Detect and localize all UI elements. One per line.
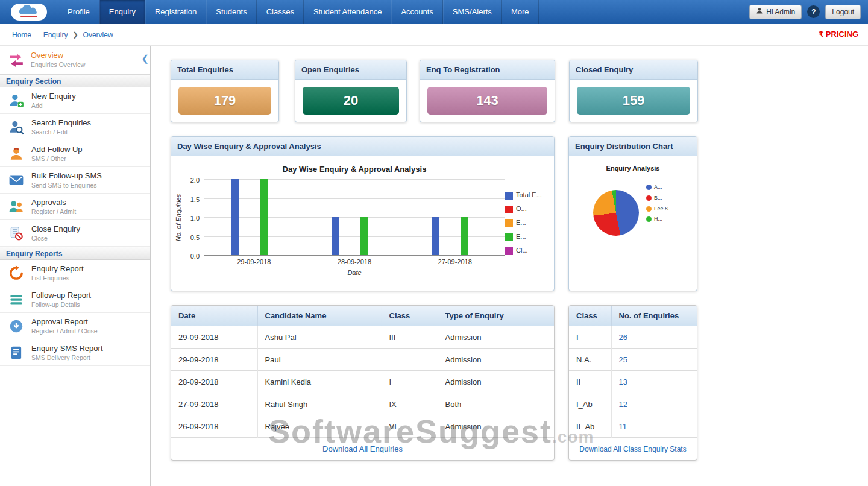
bar (231, 179, 239, 255)
open-enquiries-card: Open Enquiries 20 (295, 60, 407, 122)
open-enquiries-value: 20 (303, 87, 399, 115)
sidebar-item-label: Follow-up Report (31, 291, 91, 300)
col-type-of-enquiry: Type of Enquiry (438, 306, 554, 326)
breadcrumb-home[interactable]: Home (12, 31, 31, 39)
bar (360, 217, 368, 255)
hi-admin-button[interactable]: Hi Admin (749, 5, 802, 19)
pie-graphic (593, 190, 639, 236)
bar-chart-legend: Total E...O...E...E...Cl... (505, 162, 550, 276)
class-count-link[interactable]: 11 (619, 422, 627, 431)
sidebar-item-search-enquiries[interactable]: Search Enquiries Search / Edit (0, 114, 150, 140)
search-person-icon (8, 119, 24, 135)
bar-group (304, 180, 404, 255)
breadcrumb: Home - Enquiry ❯ Overview ₹ PRICING (0, 24, 868, 46)
two-persons-icon (8, 199, 24, 215)
breadcrumb-separator: - (36, 31, 39, 39)
sidebar-item-overview[interactable]: Overview Enquiries Overview ❮ (0, 46, 150, 74)
y-axis-label: No. of Enquiries (175, 180, 186, 256)
sidebar-item-enquiry-report[interactable]: Enquiry Report List Enquiries (0, 260, 150, 286)
tab-registration[interactable]: Registration (145, 0, 206, 24)
app-logo[interactable] (0, 0, 58, 24)
pie-chart-title: Enquiry Analysis (569, 165, 697, 172)
sidebar-item-label: Bulk Follow-up SMS (31, 171, 102, 180)
tab-profile[interactable]: Profile (58, 0, 99, 24)
tab-sms-alerts[interactable]: SMS/Alerts (443, 0, 502, 24)
sidebar-item-approvals[interactable]: Approvals Register / Admit (0, 194, 150, 220)
download-all-enquiries-link[interactable]: Download All Enquiries (322, 444, 403, 453)
class-count-link[interactable]: 12 (619, 400, 627, 409)
day-wise-panel-header: Day Wise Enquiry & Approval Analysis (171, 137, 554, 156)
legend-label: E... (516, 219, 547, 227)
table-footer-row: Download All Class Enquiry Stats (569, 438, 697, 460)
cell: IX (382, 393, 438, 415)
sidebar-item-follow-up-report[interactable]: Follow-up Report Follow-up Details (0, 286, 150, 313)
breadcrumb-enquiry[interactable]: Enquiry (43, 31, 68, 39)
table-header-row: Class No. of Enquiries (569, 306, 697, 326)
sidebar-section-reports: Enquiry Reports (0, 247, 150, 260)
bar (260, 179, 268, 255)
download-class-stats-link[interactable]: Download All Class Enquiry Stats (579, 445, 686, 453)
cell: Both (438, 393, 554, 415)
sidebar-item-bulk-follow-up-sms[interactable]: Bulk Follow-up SMS Send SMS to Enquiries (0, 167, 150, 194)
stats-row: Total Enquiries 179 Open Enquiries 20 En… (171, 60, 868, 122)
bar-group (204, 180, 304, 255)
closed-enquiry-title: Closed Enquiry (570, 60, 697, 80)
enq-to-registration-value: 143 (427, 87, 547, 115)
sidebar-item-sub: Register / Admit (31, 208, 76, 215)
cell: II_Ab (569, 415, 611, 438)
open-enquiries-title: Open Enquiries (295, 60, 406, 80)
breadcrumb-overview[interactable]: Overview (83, 31, 113, 39)
cell: Admission (438, 349, 554, 371)
table-row: 26-09-2018 Rajvee VI Admission (171, 415, 554, 438)
table-row: II_Ab 11 (569, 415, 697, 438)
class-count-link[interactable]: 26 (619, 333, 627, 342)
pie-legend-item: H... (646, 216, 679, 222)
sidebar-collapse-icon[interactable]: ❮ (141, 53, 149, 64)
pie-chart: Enquiry Analysis A...B...Fee S...H... (569, 156, 697, 236)
y-tick-label: 2.0 (190, 177, 200, 184)
sidebar-item-approval-report[interactable]: Approval Report Register / Admit / Close (0, 313, 150, 339)
sidebar-item-enquiry-sms-report[interactable]: Enquiry SMS Report SMS Delivery Report (0, 339, 150, 366)
tab-students[interactable]: Students (206, 0, 256, 24)
envelope-icon (8, 172, 24, 188)
sidebar-item-new-enquiry[interactable]: New Enquiry Add (0, 87, 150, 114)
legend-label: E... (516, 233, 547, 241)
bar-plot-area (204, 180, 505, 256)
cell: N.A. (569, 349, 611, 371)
col-no-of-enquiries: No. of Enquiries (611, 306, 697, 326)
pie-legend-label: A... (654, 184, 679, 191)
cell: Admission (438, 371, 554, 393)
logout-button[interactable]: Logout (825, 5, 861, 19)
charts-row: Day Wise Enquiry & Approval Analysis Day… (171, 136, 868, 291)
bar (332, 217, 339, 255)
hi-admin-label: Hi Admin (766, 8, 795, 16)
class-stats-table: Class No. of Enquiries I 26 N.A. 25 II (568, 305, 697, 461)
breadcrumb-chevron-icon: ❯ (72, 31, 78, 39)
sidebar-item-label: Close Enquiry (31, 224, 80, 233)
enquiry-table: Date Candidate Name Class Type of Enquir… (171, 305, 555, 461)
cell: II (569, 371, 611, 393)
enq-to-registration-title: Enq To Registration (420, 60, 555, 80)
cell: 28-09-2018 (171, 371, 257, 393)
tab-enquiry[interactable]: Enquiry (99, 0, 145, 24)
sidebar-item-add-follow-up[interactable]: Add Follow Up SMS / Other (0, 140, 150, 167)
help-icon[interactable]: ? (807, 5, 820, 18)
tab-student-attendance[interactable]: Student Attendance (304, 0, 391, 24)
document-block-icon (8, 226, 24, 241)
refresh-icon (8, 265, 24, 281)
cell: Ashu Pal (257, 326, 382, 349)
pie-legend-item: B... (646, 195, 679, 201)
class-count-link[interactable]: 13 (619, 377, 627, 387)
sidebar-item-label: Add Follow Up (31, 145, 83, 154)
tab-more[interactable]: More (502, 0, 539, 24)
class-count-link[interactable]: 25 (619, 355, 627, 364)
pricing-link[interactable]: ₹ PRICING (819, 30, 858, 39)
tab-accounts[interactable]: Accounts (391, 0, 442, 24)
cell: 13 (611, 371, 697, 393)
sidebar-item-sub: SMS / Other (31, 155, 83, 162)
tab-classes[interactable]: Classes (257, 0, 304, 24)
x-tick-label: 29-09-2018 (204, 258, 304, 265)
cell: Paul (257, 349, 382, 371)
y-tick-label: 0.5 (190, 234, 200, 241)
sidebar-item-close-enquiry[interactable]: Close Enquiry Close (0, 220, 150, 247)
